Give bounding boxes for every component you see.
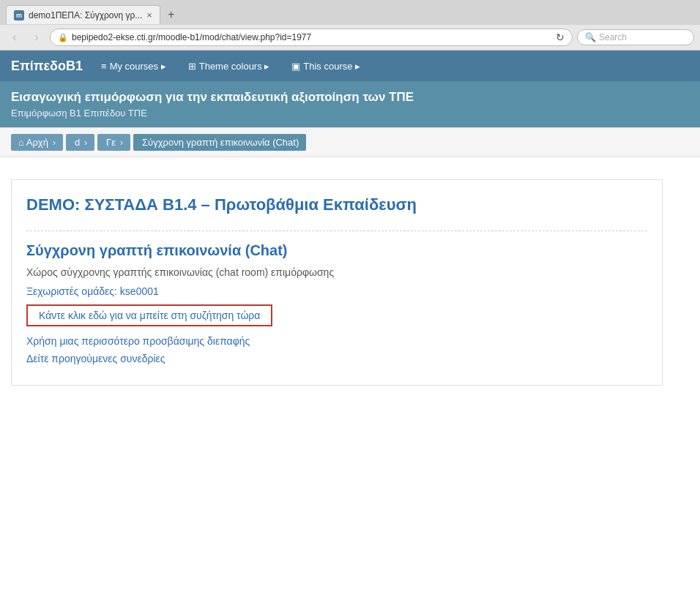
lock-icon: 🔒 — [58, 33, 68, 42]
breadcrumb-home-label: ⌂ Αρχή — [18, 137, 48, 148]
back-button[interactable]: ‹ — [6, 29, 23, 46]
chat-description: Χώρος σύγχρονης γραπτής επικοινωνίας (ch… — [26, 266, 647, 278]
refresh-button[interactable]: ↻ — [556, 31, 565, 43]
this-course-label: This course ▸ — [303, 61, 360, 72]
tab-bar: m demo1ΠΕΠΑ: Σύγχρονη γρ... × + — [0, 0, 700, 25]
search-icon: 🔍 — [585, 32, 596, 42]
section-title: Σύγχρονη γραπτή επικοινωνία (Chat) — [26, 242, 647, 259]
search-box[interactable]: 🔍 Search — [577, 29, 694, 45]
breadcrumb-arrow-2: › — [84, 138, 87, 148]
main-content: DEMO: ΣΥΣΤΑΔΑ Β1.4 – Πρωτοβάθμια Εκπαίδε… — [0, 157, 674, 408]
course-subtitle: Επιμόρφωση Β1 Επιπέδου ΤΠΕ — [11, 108, 689, 119]
separate-groups-link[interactable]: Ξεχωριστές ομάδες: kse0001 — [26, 285, 647, 297]
browser-tab[interactable]: m demo1ΠΕΠΑ: Σύγχρονη γρ... × — [6, 5, 160, 24]
breadcrumb-arrow: › — [53, 138, 56, 148]
theme-colours-icon: ⊞ — [188, 61, 196, 72]
this-course-menu[interactable]: ▣ This course ▸ — [288, 53, 364, 79]
breadcrumb-arrow-3: › — [120, 138, 123, 148]
breadcrumb-d-label: d — [75, 137, 80, 148]
theme-colours-menu[interactable]: ⊞ Theme colours ▸ — [185, 53, 274, 79]
tab-favicon: m — [14, 10, 24, 20]
this-course-icon: ▣ — [291, 61, 300, 72]
course-title: Εισαγωγική επιμόρφωση για την εκπαιδευτι… — [11, 90, 689, 105]
content-wrapper: DEMO: ΣΥΣΤΑΔΑ Β1.4 – Πρωτοβάθμια Εκπαίδε… — [11, 179, 663, 386]
breadcrumb-ge[interactable]: Γε › — [97, 134, 130, 151]
my-courses-icon: ≡ — [101, 61, 107, 72]
breadcrumb: ⌂ Αρχή › d › Γε › Σύγχρονη γραπτή επικοι… — [0, 127, 700, 157]
search-placeholder: Search — [599, 32, 627, 42]
new-tab-button[interactable]: + — [160, 4, 182, 25]
enter-chat-link[interactable]: Κάντε κλικ εδώ για να μπείτε στη συζήτησ… — [26, 304, 272, 326]
breadcrumb-home[interactable]: ⌂ Αρχή › — [11, 134, 63, 151]
breadcrumb-ge-label: Γε — [106, 137, 116, 148]
moodle-navbar: ΕπίπεδοΒ1 ≡ My courses ▸ ⊞ Theme colours… — [0, 50, 700, 81]
accessible-interface-link[interactable]: Χρήση μιας περισσότερο προσβάσιμης διεπα… — [26, 335, 647, 347]
divider — [26, 231, 647, 231]
tab-title: demo1ΠΕΠΑ: Σύγχρονη γρ... — [29, 10, 142, 20]
browser-chrome: m demo1ΠΕΠΑ: Σύγχρονη γρ... × + ‹ › 🔒 be… — [0, 0, 700, 50]
breadcrumb-current: Σύγχρονη γραπτή επικοινωνία (Chat) — [133, 134, 306, 151]
previous-sessions-link[interactable]: Δείτε προηγούμενες συνεδρίες — [26, 353, 647, 364]
url-box[interactable]: 🔒 bepipedo2-ekse.cti.gr/moodle-b1/mod/ch… — [50, 29, 573, 46]
my-courses-label: My courses ▸ — [110, 61, 166, 72]
theme-colours-label: Theme colours ▸ — [199, 61, 270, 72]
address-bar: ‹ › 🔒 bepipedo2-ekse.cti.gr/moodle-b1/mo… — [0, 25, 700, 50]
site-name[interactable]: ΕπίπεδοΒ1 — [11, 59, 83, 74]
tab-close-button[interactable]: × — [146, 10, 152, 20]
my-courses-menu[interactable]: ≡ My courses ▸ — [97, 53, 170, 79]
breadcrumb-current-label: Σύγχρονη γραπτή επικοινωνία (Chat) — [142, 137, 299, 148]
demo-title: DEMO: ΣΥΣΤΑΔΑ Β1.4 – Πρωτοβάθμια Εκπαίδε… — [26, 195, 647, 216]
chat-link-container: Κάντε κλικ εδώ για να μπείτε στη συζήτησ… — [26, 304, 647, 335]
url-text: bepipedo2-ekse.cti.gr/moodle-b1/mod/chat… — [72, 32, 552, 42]
course-header: Εισαγωγική επιμόρφωση για την εκπαιδευτι… — [0, 81, 700, 127]
breadcrumb-d[interactable]: d › — [66, 134, 94, 151]
forward-button[interactable]: › — [28, 29, 45, 46]
